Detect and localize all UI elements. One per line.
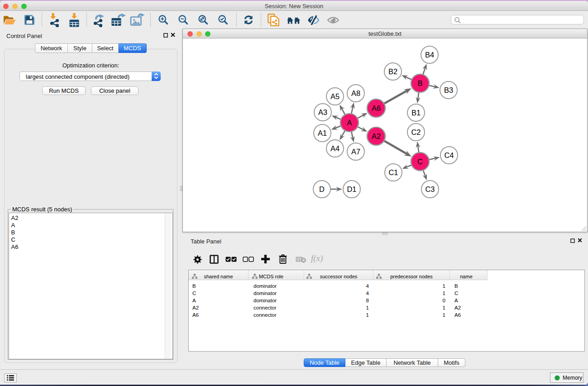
svg-text:B: B: [417, 79, 422, 87]
svg-text:A: A: [347, 119, 352, 127]
svg-text:A7: A7: [351, 148, 360, 156]
svg-text:A3: A3: [318, 108, 327, 116]
svg-text:D1: D1: [347, 185, 356, 193]
svg-text:A5: A5: [330, 92, 339, 100]
svg-text:C1: C1: [388, 168, 398, 176]
svg-text:B3: B3: [444, 86, 453, 94]
svg-text:B2: B2: [388, 67, 397, 76]
svg-text:C: C: [417, 157, 423, 166]
svg-text:A4: A4: [330, 144, 339, 152]
svg-text:B1: B1: [411, 109, 421, 117]
svg-text:A1: A1: [318, 129, 327, 137]
svg-text:D: D: [319, 185, 325, 193]
svg-text:C2: C2: [411, 128, 421, 136]
svg-text:A6: A6: [372, 104, 381, 112]
svg-text:C3: C3: [425, 185, 435, 193]
svg-text:C4: C4: [444, 151, 454, 159]
svg-text:A2: A2: [372, 132, 381, 140]
svg-text:A8: A8: [351, 89, 360, 97]
svg-text:B4: B4: [425, 51, 434, 59]
